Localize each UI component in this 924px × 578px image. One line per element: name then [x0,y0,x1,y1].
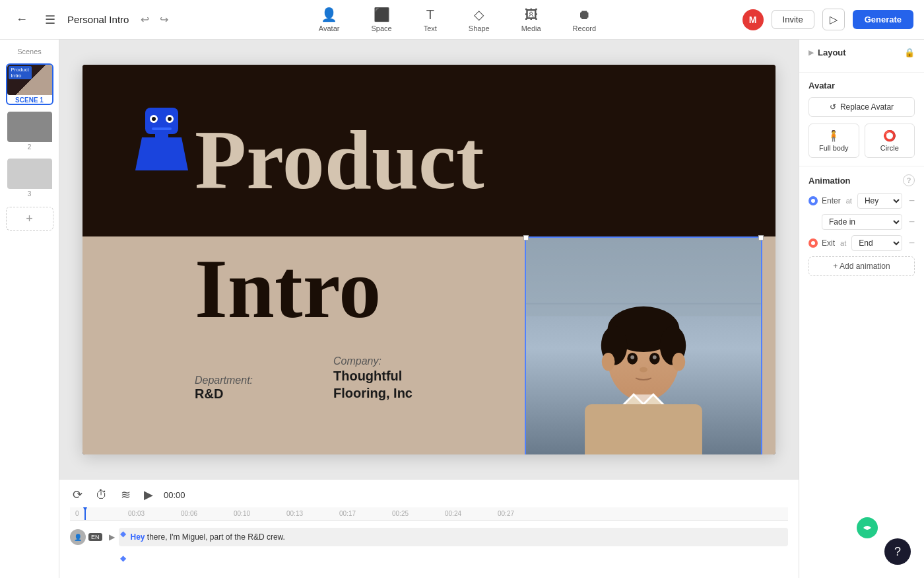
timeline-rewind-button[interactable]: ⟳ [70,485,85,505]
full-body-button[interactable]: 🧍 Full body [808,124,859,158]
layout-section: ▶ Layout 🔒 [799,40,924,73]
selection-handle-tl[interactable] [523,235,529,240]
user-avatar: M [742,9,764,30]
scene-label-3: 3 [7,190,52,198]
svg-rect-26 [585,404,702,454]
selection-handle-tr[interactable] [758,235,764,240]
add-scene-button[interactable]: + [6,207,53,231]
record-label: Record [573,24,596,32]
exit-at-select[interactable]: End [851,235,902,251]
exit-anim-row: Exit at End − [808,235,915,251]
circle-button[interactable]: ⭕ Circle [865,124,915,158]
topbar-left: ← ☰ Personal Intro ↩ ↪ [11,10,172,30]
tool-avatar[interactable]: 👤Avatar [314,4,345,35]
circle-icon: ⭕ [883,129,896,142]
animation-section: Animation ? Enter at Hey − Fade in [799,166,924,284]
scenes-sidebar: Scenes ProductIntro SCENE 1 2 3 + [0,40,59,578]
svg-point-19 [602,352,615,371]
scene-label-2: 2 [7,143,52,151]
main-canvas[interactable]: Product Intro Department: R&D Company: T… [82,65,776,454]
topbar-center: 👤Avatar⬛SpaceTText◇Shape🖼Media⏺Record [172,4,742,35]
generate-button[interactable]: Generate [853,10,913,29]
timeline-controls: ⟳ ⏱ ≋ ▶ 00:00 [70,480,788,507]
svg-point-25 [640,367,647,372]
main-content: Scenes ProductIntro SCENE 1 2 3 + [0,40,924,578]
animation-help-icon[interactable]: ? [903,174,915,186]
invite-button[interactable]: Invite [772,10,814,29]
text-label: Text [424,24,437,32]
shape-label: Shape [469,24,490,32]
tool-media[interactable]: 🖼Media [516,5,546,35]
tool-record[interactable]: ⏺Record [568,5,601,35]
redo-button[interactable]: ↪ [156,11,172,28]
layout-lock-icon: 🔒 [904,48,915,57]
track-speech-text: Hey there, I'm Miguel, part of the R&D c… [131,532,285,542]
enter-anim-row: Enter at Hey − [808,193,915,209]
robot-mascot [135,104,188,170]
track-expand-button[interactable]: ▶ [109,532,115,542]
help-fab-button[interactable]: ? [884,538,911,565]
undo-button[interactable]: ↩ [137,11,153,28]
add-animation-button[interactable]: + Add animation [808,256,915,276]
timeline: ⟳ ⏱ ≋ ▶ 00:00 0 00:03 00:06 00:10 00:13 … [59,479,799,578]
svg-point-20 [672,352,685,371]
preview-play-button[interactable]: ▷ [822,9,845,30]
track-speech-content[interactable]: ◆ Hey there, I'm Miguel, part of the R&D… [119,528,788,546]
enter-anim-label: Enter [822,196,841,205]
topbar: ← ☰ Personal Intro ↩ ↪ 👤Avatar⬛SpaceTTex… [0,0,924,40]
topbar-right: M Invite ▷ Generate [742,9,913,30]
exit-anim-label: Exit [822,238,835,248]
svg-point-3 [152,117,156,121]
scenes-header: Scenes [17,48,42,55]
svg-point-24 [653,355,657,359]
canvas-area: Product Intro Department: R&D Company: T… [59,40,799,578]
timeline-ruler: 0 00:03 00:06 00:10 00:13 00:17 00:25 00… [70,507,788,521]
svg-point-4 [168,117,172,121]
replace-icon: ↺ [830,102,836,112]
timeline-speed-button[interactable]: ≋ [118,485,133,505]
exit-at-text: at [840,239,846,247]
track-lang-badge: EN [88,533,102,541]
enter-at-select[interactable]: Hey [857,193,902,209]
avatar-section-title: Avatar [808,81,915,90]
record-icon: ⏺ [578,7,591,22]
canvas-company: Company: Thoughtful Flooring, Inc [333,355,412,402]
exit-minus-button[interactable]: − [909,237,915,249]
space-label: Space [371,24,391,32]
animation-section-title: Animation ? [808,174,915,186]
enter-minus-button[interactable]: − [909,195,915,207]
timeline-clock-button[interactable]: ⏱ [93,486,110,505]
tool-space[interactable]: ⬛Space [366,4,397,35]
canvas-wrapper: Product Intro Department: R&D Company: T… [59,40,799,479]
text-icon: T [426,7,434,22]
scene-thumb-1: ProductIntro [7,65,53,95]
timeline-play-button[interactable]: ▶ [141,485,156,505]
exit-anim-dot [808,238,818,248]
enter-at-text: at [846,197,852,205]
scene-item-3[interactable]: 3 [6,157,53,199]
avatar-icon: 👤 [321,7,337,22]
enter-type-minus-button[interactable]: − [909,216,915,228]
tool-shape[interactable]: ◇Shape [463,4,495,35]
scene-label-1: SCENE 1 [7,96,52,104]
timeline-time-display: 00:00 [164,490,185,500]
scene-item-1[interactable]: ProductIntro SCENE 1 [6,63,53,105]
avatar-type-row: 🧍 Full body ⭕ Circle [808,124,915,158]
menu-button[interactable]: ☰ [41,10,59,30]
replace-avatar-button[interactable]: ↺ Replace Avatar [808,97,915,117]
scene-item-2[interactable]: 2 [6,110,53,152]
canvas-dept-value: R&D [195,386,253,402]
canvas-company-label: Company: [333,355,412,367]
history-buttons: ↩ ↪ [137,11,172,28]
tool-text[interactable]: TText [418,5,442,35]
enter-anim-type-row: Fade in − [808,214,915,230]
canvas-company-value: Thoughtful Flooring, Inc [333,367,412,402]
scene-thumb-overlay-label: ProductIntro [9,66,32,79]
canvas-dept-label: Department: [195,375,253,386]
avatar-container[interactable] [525,236,762,454]
enter-anim-type-select[interactable]: Fade in [822,214,902,230]
back-button[interactable]: ← [11,10,33,29]
synthesio-fab-icon[interactable] [857,517,878,538]
layout-section-title: ▶ Layout [808,48,846,57]
layout-section-header: ▶ Layout 🔒 [808,48,915,57]
